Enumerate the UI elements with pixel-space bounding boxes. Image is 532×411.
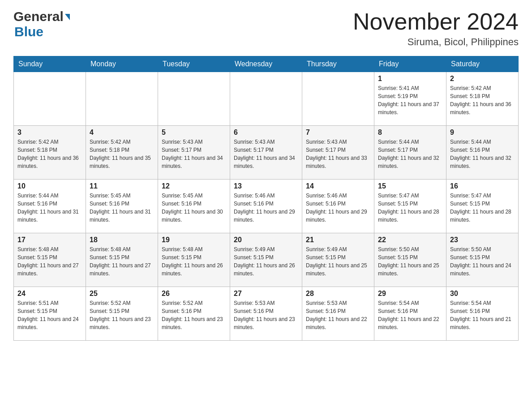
calendar-cell: 14Sunrise: 5:46 AMSunset: 5:16 PMDayligh… <box>302 180 374 233</box>
day-info: Sunrise: 5:49 AMSunset: 5:15 PMDaylight:… <box>234 245 298 278</box>
day-number: 10 <box>17 182 82 190</box>
calendar-cell <box>302 72 374 126</box>
day-number: 3 <box>17 128 82 137</box>
weekday-header-thursday: Thursday <box>302 56 374 72</box>
calendar-cell: 15Sunrise: 5:47 AMSunset: 5:15 PMDayligh… <box>374 180 446 233</box>
day-info: Sunrise: 5:47 AMSunset: 5:15 PMDaylight:… <box>378 192 442 224</box>
calendar-cell: 9Sunrise: 5:44 AMSunset: 5:16 PMDaylight… <box>446 126 519 180</box>
calendar-cell <box>230 72 302 126</box>
day-info: Sunrise: 5:48 AMSunset: 5:15 PMDaylight:… <box>17 245 82 278</box>
logo-arrow-icon <box>65 14 70 20</box>
day-number: 17 <box>17 236 82 244</box>
day-number: 21 <box>306 236 370 244</box>
day-info: Sunrise: 5:42 AMSunset: 5:18 PMDaylight:… <box>90 138 154 170</box>
day-number: 6 <box>234 128 298 137</box>
day-info: Sunrise: 5:50 AMSunset: 5:15 PMDaylight:… <box>378 245 442 278</box>
day-info: Sunrise: 5:44 AMSunset: 5:16 PMDaylight:… <box>450 138 515 170</box>
day-info: Sunrise: 5:47 AMSunset: 5:15 PMDaylight:… <box>450 192 515 224</box>
day-number: 2 <box>450 75 515 83</box>
day-number: 29 <box>378 290 442 298</box>
day-number: 14 <box>306 182 370 190</box>
day-number: 1 <box>378 75 442 83</box>
calendar-cell: 23Sunrise: 5:50 AMSunset: 5:15 PMDayligh… <box>446 233 519 287</box>
calendar-cell: 8Sunrise: 5:44 AMSunset: 5:17 PMDaylight… <box>374 126 446 180</box>
calendar-cell: 18Sunrise: 5:48 AMSunset: 5:15 PMDayligh… <box>86 233 158 287</box>
day-number: 30 <box>450 290 515 298</box>
page-header: General Blue November 2024 Siruma, Bicol… <box>13 9 519 48</box>
day-info: Sunrise: 5:46 AMSunset: 5:16 PMDaylight:… <box>234 192 298 224</box>
title-area: November 2024 Siruma, Bicol, Philippines <box>353 9 519 48</box>
day-number: 28 <box>306 290 370 298</box>
day-number: 26 <box>162 290 226 298</box>
calendar-week-row: 3Sunrise: 5:42 AMSunset: 5:18 PMDaylight… <box>14 126 519 180</box>
calendar-cell: 20Sunrise: 5:49 AMSunset: 5:15 PMDayligh… <box>230 233 302 287</box>
day-info: Sunrise: 5:42 AMSunset: 5:18 PMDaylight:… <box>17 138 82 170</box>
weekday-header-monday: Monday <box>86 56 158 72</box>
calendar-cell: 12Sunrise: 5:45 AMSunset: 5:16 PMDayligh… <box>158 180 230 233</box>
day-info: Sunrise: 5:44 AMSunset: 5:17 PMDaylight:… <box>378 138 442 170</box>
calendar-cell: 27Sunrise: 5:53 AMSunset: 5:16 PMDayligh… <box>230 287 302 341</box>
day-info: Sunrise: 5:52 AMSunset: 5:15 PMDaylight:… <box>90 299 154 331</box>
weekday-header-friday: Friday <box>374 56 446 72</box>
calendar-cell: 26Sunrise: 5:52 AMSunset: 5:16 PMDayligh… <box>158 287 230 341</box>
calendar-cell: 22Sunrise: 5:50 AMSunset: 5:15 PMDayligh… <box>374 233 446 287</box>
logo: General Blue <box>13 9 70 39</box>
day-info: Sunrise: 5:54 AMSunset: 5:16 PMDaylight:… <box>378 299 442 331</box>
calendar-cell: 1Sunrise: 5:41 AMSunset: 5:19 PMDaylight… <box>374 72 446 126</box>
calendar-week-row: 10Sunrise: 5:44 AMSunset: 5:16 PMDayligh… <box>14 180 519 233</box>
day-number: 4 <box>90 128 154 137</box>
weekday-header-saturday: Saturday <box>446 56 519 72</box>
weekday-header-sunday: Sunday <box>14 56 86 72</box>
day-info: Sunrise: 5:43 AMSunset: 5:17 PMDaylight:… <box>306 138 370 170</box>
calendar-cell: 19Sunrise: 5:48 AMSunset: 5:15 PMDayligh… <box>158 233 230 287</box>
calendar-cell: 7Sunrise: 5:43 AMSunset: 5:17 PMDaylight… <box>302 126 374 180</box>
day-info: Sunrise: 5:43 AMSunset: 5:17 PMDaylight:… <box>234 138 298 170</box>
day-info: Sunrise: 5:45 AMSunset: 5:16 PMDaylight:… <box>162 192 226 224</box>
calendar-cell: 2Sunrise: 5:42 AMSunset: 5:18 PMDaylight… <box>446 72 519 126</box>
day-info: Sunrise: 5:49 AMSunset: 5:15 PMDaylight:… <box>306 245 370 278</box>
logo-blue-text: Blue <box>14 24 43 39</box>
day-number: 27 <box>234 290 298 298</box>
calendar-week-row: 24Sunrise: 5:51 AMSunset: 5:15 PMDayligh… <box>14 287 519 341</box>
day-info: Sunrise: 5:41 AMSunset: 5:19 PMDaylight:… <box>378 84 442 116</box>
calendar-week-row: 17Sunrise: 5:48 AMSunset: 5:15 PMDayligh… <box>14 233 519 287</box>
day-number: 13 <box>234 182 298 190</box>
day-number: 5 <box>162 128 226 137</box>
calendar-cell: 3Sunrise: 5:42 AMSunset: 5:18 PMDaylight… <box>14 126 86 180</box>
calendar-cell: 17Sunrise: 5:48 AMSunset: 5:15 PMDayligh… <box>14 233 86 287</box>
calendar-cell: 13Sunrise: 5:46 AMSunset: 5:16 PMDayligh… <box>230 180 302 233</box>
day-info: Sunrise: 5:54 AMSunset: 5:16 PMDaylight:… <box>450 299 515 331</box>
month-title: November 2024 <box>353 9 519 34</box>
day-info: Sunrise: 5:45 AMSunset: 5:16 PMDaylight:… <box>90 192 154 224</box>
day-number: 12 <box>162 182 226 190</box>
day-info: Sunrise: 5:53 AMSunset: 5:16 PMDaylight:… <box>234 299 298 331</box>
day-number: 11 <box>90 182 154 190</box>
day-info: Sunrise: 5:53 AMSunset: 5:16 PMDaylight:… <box>306 299 370 331</box>
calendar-cell: 10Sunrise: 5:44 AMSunset: 5:16 PMDayligh… <box>14 180 86 233</box>
calendar-cell: 30Sunrise: 5:54 AMSunset: 5:16 PMDayligh… <box>446 287 519 341</box>
weekday-header-row: SundayMondayTuesdayWednesdayThursdayFrid… <box>14 56 519 72</box>
day-info: Sunrise: 5:43 AMSunset: 5:17 PMDaylight:… <box>162 138 226 170</box>
day-number: 18 <box>90 236 154 244</box>
calendar-cell: 25Sunrise: 5:52 AMSunset: 5:15 PMDayligh… <box>86 287 158 341</box>
day-number: 23 <box>450 236 515 244</box>
day-info: Sunrise: 5:48 AMSunset: 5:15 PMDaylight:… <box>162 245 226 278</box>
day-number: 20 <box>234 236 298 244</box>
day-info: Sunrise: 5:44 AMSunset: 5:16 PMDaylight:… <box>17 192 82 224</box>
day-number: 15 <box>378 182 442 190</box>
weekday-header-wednesday: Wednesday <box>230 56 302 72</box>
calendar-cell: 24Sunrise: 5:51 AMSunset: 5:15 PMDayligh… <box>14 287 86 341</box>
calendar-cell: 11Sunrise: 5:45 AMSunset: 5:16 PMDayligh… <box>86 180 158 233</box>
weekday-header-tuesday: Tuesday <box>158 56 230 72</box>
day-number: 7 <box>306 128 370 137</box>
day-info: Sunrise: 5:48 AMSunset: 5:15 PMDaylight:… <box>90 245 154 278</box>
calendar-cell: 16Sunrise: 5:47 AMSunset: 5:15 PMDayligh… <box>446 180 519 233</box>
day-number: 24 <box>17 290 82 298</box>
day-number: 22 <box>378 236 442 244</box>
day-info: Sunrise: 5:50 AMSunset: 5:15 PMDaylight:… <box>450 245 515 278</box>
day-number: 16 <box>450 182 515 190</box>
day-info: Sunrise: 5:42 AMSunset: 5:18 PMDaylight:… <box>450 84 515 116</box>
calendar-cell: 29Sunrise: 5:54 AMSunset: 5:16 PMDayligh… <box>374 287 446 341</box>
calendar-table: SundayMondayTuesdayWednesdayThursdayFrid… <box>13 56 519 341</box>
calendar-cell: 5Sunrise: 5:43 AMSunset: 5:17 PMDaylight… <box>158 126 230 180</box>
